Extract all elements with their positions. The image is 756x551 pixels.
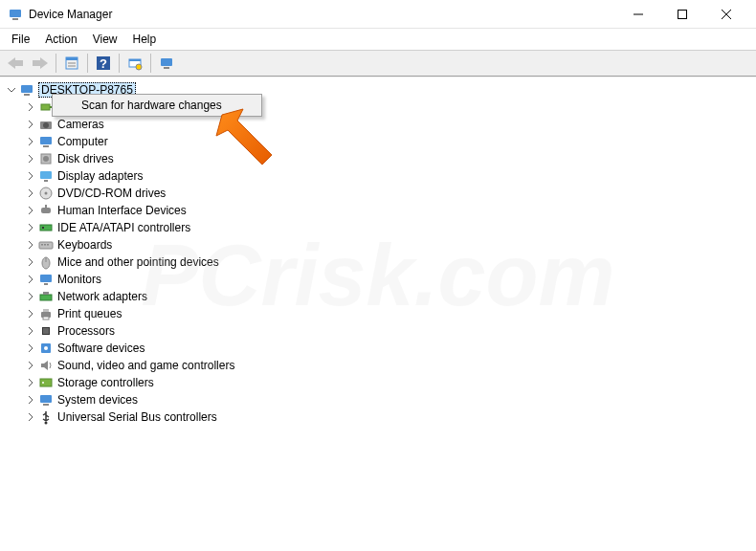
- tree-item[interactable]: Mice and other pointing devices: [0, 253, 756, 271]
- tree-item[interactable]: Software devices: [0, 340, 756, 357]
- device-tree[interactable]: DESKTOP-P8765 BatteriesCamerasComputerDi…: [0, 77, 756, 549]
- expander-icon[interactable]: [25, 256, 36, 268]
- expander-icon[interactable]: [25, 119, 36, 130]
- tree-item-label: System devices: [57, 393, 138, 407]
- menu-action[interactable]: Action: [37, 31, 84, 48]
- svg-rect-24: [43, 145, 49, 147]
- computer-icon: [38, 134, 54, 149]
- camera-icon: [38, 117, 54, 132]
- svg-rect-41: [40, 275, 52, 282]
- tree-item[interactable]: IDE ATA/ATAPI controllers: [0, 219, 756, 236]
- expander-icon[interactable]: [25, 291, 36, 302]
- tree-item[interactable]: Universal Serial Bus controllers: [0, 408, 756, 426]
- tree-item-label: Display adapters: [57, 169, 143, 183]
- toolbar-scan-button[interactable]: [123, 52, 146, 75]
- tree-item[interactable]: Display adapters: [0, 167, 756, 185]
- system-icon: [38, 392, 54, 408]
- tree-item-label: Computer: [57, 135, 108, 148]
- disk-icon: [38, 151, 54, 166]
- tree-item[interactable]: Computer: [0, 133, 756, 150]
- mouse-icon: [38, 254, 54, 270]
- expander-icon[interactable]: [25, 239, 36, 251]
- svg-rect-15: [161, 58, 172, 66]
- tree-item[interactable]: System devices: [0, 391, 756, 408]
- svg-rect-1: [12, 18, 18, 20]
- svg-rect-46: [43, 309, 49, 312]
- context-scan-hardware[interactable]: Scan for hardware changes: [53, 95, 261, 116]
- svg-rect-0: [10, 10, 21, 17]
- expander-icon[interactable]: [25, 170, 36, 182]
- svg-point-14: [136, 64, 142, 70]
- maximize-button[interactable]: [660, 0, 704, 29]
- tree-item-label: Sound, video and game controllers: [57, 359, 234, 372]
- tree-item-label: Software devices: [57, 342, 145, 355]
- expander-icon[interactable]: [25, 274, 36, 285]
- expander-icon[interactable]: [25, 411, 36, 423]
- software-icon: [38, 341, 54, 356]
- tree-item[interactable]: DVD/CD-ROM drives: [0, 185, 756, 202]
- tree-item[interactable]: Storage controllers: [0, 374, 756, 391]
- expander-icon[interactable]: [25, 325, 36, 337]
- tree-item-label: Print queues: [57, 307, 122, 320]
- tree-item-label: Disk drives: [57, 152, 114, 165]
- tree-item[interactable]: Cameras: [0, 116, 756, 133]
- toolbar-devices-button[interactable]: [155, 52, 178, 75]
- ide-icon: [38, 220, 54, 235]
- toolbar-help-button[interactable]: ?: [92, 52, 115, 75]
- expander-icon[interactable]: [25, 377, 36, 388]
- expander-icon[interactable]: [25, 153, 36, 165]
- toolbar-forward-button[interactable]: [29, 52, 52, 75]
- tree-item[interactable]: Network adapters: [0, 288, 756, 305]
- expander-icon[interactable]: [25, 308, 36, 320]
- computer-icon: [19, 82, 34, 98]
- expander-icon[interactable]: [6, 84, 17, 96]
- expander-icon[interactable]: [25, 222, 36, 233]
- svg-rect-49: [43, 328, 49, 334]
- network-icon: [38, 289, 54, 304]
- svg-point-51: [44, 346, 48, 350]
- svg-rect-52: [40, 379, 52, 386]
- tree-item[interactable]: Processors: [0, 322, 756, 340]
- menu-view[interactable]: View: [85, 31, 125, 48]
- toolbar-separator: [150, 54, 151, 73]
- context-menu: Scan for hardware changes: [52, 94, 262, 117]
- tree-item[interactable]: Disk drives: [0, 150, 756, 167]
- tree-item-label: Processors: [57, 324, 115, 338]
- printer-icon: [38, 306, 54, 321]
- tree-item[interactable]: Keyboards: [0, 236, 756, 253]
- window-controls: [616, 0, 748, 29]
- expander-icon[interactable]: [25, 101, 36, 113]
- svg-rect-44: [43, 292, 49, 295]
- expander-icon[interactable]: [25, 394, 36, 406]
- tree-item[interactable]: Monitors: [0, 271, 756, 288]
- toolbar-separator: [119, 54, 120, 73]
- expander-icon[interactable]: [25, 187, 36, 199]
- tree-item[interactable]: Human Interface Devices: [0, 202, 756, 219]
- svg-point-56: [45, 422, 48, 425]
- svg-rect-13: [129, 59, 141, 61]
- expander-icon[interactable]: [25, 205, 36, 216]
- keyboard-icon: [38, 237, 54, 253]
- svg-rect-31: [41, 208, 51, 213]
- window-title: Device Manager: [29, 8, 112, 21]
- toolbar-properties-button[interactable]: [60, 52, 83, 75]
- tree-item-label: Universal Serial Bus controllers: [57, 410, 217, 424]
- expander-icon[interactable]: [25, 360, 36, 371]
- tree-item[interactable]: Print queues: [0, 305, 756, 322]
- svg-rect-33: [40, 225, 52, 231]
- menu-file[interactable]: File: [4, 31, 37, 48]
- minimize-button[interactable]: [616, 0, 660, 29]
- display-icon: [38, 168, 54, 184]
- svg-rect-34: [42, 227, 44, 229]
- close-button[interactable]: [704, 0, 748, 29]
- monitor-icon: [38, 272, 54, 287]
- tree-item-label: Keyboards: [57, 238, 112, 252]
- tree-item[interactable]: Sound, video and game controllers: [0, 357, 756, 374]
- svg-rect-55: [43, 404, 49, 406]
- svg-rect-32: [45, 205, 47, 208]
- svg-rect-42: [44, 283, 48, 285]
- toolbar-back-button[interactable]: [4, 52, 27, 75]
- expander-icon[interactable]: [25, 136, 36, 147]
- menu-help[interactable]: Help: [125, 31, 165, 48]
- expander-icon[interactable]: [25, 342, 36, 354]
